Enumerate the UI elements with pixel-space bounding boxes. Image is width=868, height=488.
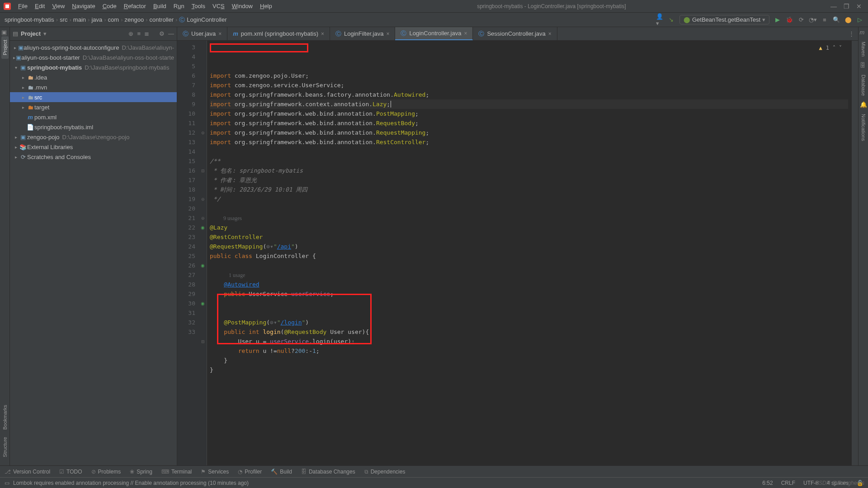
profiler-icon[interactable]: ◔▾ [809,16,816,23]
menu-view[interactable]: View [49,2,67,10]
stop-icon[interactable]: ■ [821,16,828,23]
bottom-tool-spring[interactable]: ❀Spring [130,469,152,475]
menu-navigate[interactable]: Navigate [69,2,98,10]
tree-node[interactable]: ▸🖿.idea [10,72,177,82]
breadcrumb-item[interactable]: java [91,16,102,23]
next-highlight-icon[interactable]: ˅ [839,43,842,53]
editor-tab[interactable]: ⒸLoginFilter.java× [330,27,395,40]
right-tab-notifications[interactable]: Notifications [860,110,867,145]
bottom-tool-terminal[interactable]: ⌨Terminal [161,469,192,475]
coverage-icon[interactable]: ⟳ [797,16,805,23]
bottom-tool-problems[interactable]: ⊘Problems [91,469,121,475]
breadcrumb[interactable]: springboot-mybatis›src›main›java›com›zen… [5,16,226,24]
bottom-tool-todo[interactable]: ☑TODO [59,469,82,475]
breadcrumb-item[interactable]: src [60,16,67,23]
breadcrumb-item[interactable]: com [108,16,119,23]
collapse-all-icon[interactable]: ≣ [144,30,149,37]
breadcrumb-item[interactable]: LoginController [187,16,226,23]
tree-node[interactable]: ▸mpom.xml [10,112,177,122]
menu-vcs[interactable]: VCS [210,2,227,10]
code-editor[interactable]: ▲ 1 ˄ ˅ import com.zengoo.pojo.User;impo… [207,41,852,465]
run-icon[interactable]: ▶ [774,16,781,23]
editor-tab[interactable]: ⒸUser.java× [177,27,227,40]
search-icon[interactable]: 🔍 [833,16,840,23]
bottom-tool-services[interactable]: ⚑Services [201,469,229,475]
tree-node[interactable]: ▸⟳Scratches and Consoles [10,152,177,162]
bottom-tool-build[interactable]: 🔨Build [271,469,292,475]
close-tab-icon[interactable]: × [464,30,467,37]
project-toolwindow: ▤ Project ▾ ⊕ ≡ ≣ ⚙ — ▸▣aliuyn-oss-sprin… [10,27,177,465]
run-config-selector[interactable]: ⬤ GetBeanTest.getBeanTest ▾ [679,15,769,24]
menu-refactor[interactable]: Refactor [121,2,149,10]
expand-all-icon[interactable]: ≡ [137,30,141,37]
editor-tab[interactable]: ⒸSessionController.java× [473,27,557,40]
tree-node[interactable]: ▸🖿src [10,92,177,102]
error-stripe[interactable] [852,41,858,465]
select-opened-icon[interactable]: ⊕ [128,30,133,37]
close-tab-icon[interactable]: × [321,31,324,37]
tree-node[interactable]: ▸▣zengoo-pojoD:\JavaBase\zengoo-pojo [10,132,177,142]
user-icon[interactable]: 👤▾ [656,16,663,23]
right-tab-database[interactable]: Database [860,71,867,99]
tabs-more-icon[interactable]: ⋮ [845,27,858,40]
tree-node[interactable]: ▸▣aliuyn-oss-spring-boot-autoconfigureD:… [10,42,177,52]
ide-updates-icon[interactable]: ⬤ [844,16,852,23]
line-separator[interactable]: CRLF [781,480,795,486]
watermark: CSDN @Zaingheres [815,480,864,486]
menu-file[interactable]: FFileile [15,2,30,10]
status-eventlog-icon[interactable]: ▭ [5,480,9,486]
inspections-widget[interactable]: ▲ 1 ˄ ˅ [819,43,842,53]
breadcrumb-item[interactable]: springboot-mybatis [5,16,54,23]
bottom-tool-version-control[interactable]: ⎇Version Control [5,469,50,475]
status-bar: ▭ Lombok requires enabled annotation pro… [0,477,868,488]
bottom-tool-dependencies[interactable]: ⧉Dependencies [364,469,406,475]
breadcrumb-item[interactable]: controller [150,16,174,23]
close-tab-icon[interactable]: × [386,31,389,37]
maximize-icon[interactable]: ❐ [841,3,852,10]
bottom-tool-profiler[interactable]: ◔Profiler [238,469,262,475]
menu-tools[interactable]: Tools [189,2,208,10]
menu-help[interactable]: Help [257,2,275,10]
caret-position[interactable]: 6:52 [762,480,773,486]
tree-node[interactable]: ▸🖿.mvn [10,82,177,92]
left-tab-structure[interactable]: Structure [1,433,9,461]
menu-window[interactable]: Window [229,2,255,10]
editor-tabs: ⒸUser.java×mpom.xml (springboot-mybatis)… [177,27,858,41]
app-logo-icon [4,2,12,10]
tree-node[interactable]: ▸📄springboot-mybatis.iml [10,122,177,132]
close-icon[interactable]: ✕ [854,3,864,10]
left-tab-project[interactable]: Project [1,36,9,59]
minimize-icon[interactable]: — [828,3,839,10]
project-tree[interactable]: ▸▣aliuyn-oss-spring-boot-autoconfigureD:… [10,41,177,465]
run-config-label: GetBeanTest.getBeanTest [692,16,760,23]
prev-highlight-icon[interactable]: ˄ [833,43,835,53]
menu-build[interactable]: Build [151,2,169,10]
database-tool-icon[interactable]: 🗄 [860,62,867,69]
tree-node[interactable]: ▸▣aliyun-oss-boot-starterD:\JavaBase\ali… [10,52,177,62]
tree-node[interactable]: ▸🖿target [10,102,177,112]
bottom-tool-database-changes[interactable]: 🗄Database Changes [301,469,355,475]
line-gutter[interactable]: 3456789101112131415161718192021222324252… [177,41,199,465]
maven-tool-icon[interactable]: m [860,29,867,36]
tree-node[interactable]: ▾▣springboot-mybatisD:\JavaBase\springbo… [10,62,177,72]
right-tab-maven[interactable]: Maven [860,38,867,60]
editor-tab[interactable]: ⒸLoginController.java× [395,27,473,40]
close-tab-icon[interactable]: × [218,31,222,37]
menu-edit[interactable]: Edit [32,2,47,10]
notifications-tool-icon[interactable]: 🔔 [860,101,867,108]
breadcrumb-item[interactable]: zengoo [125,16,144,23]
menu-run[interactable]: Run [171,2,187,10]
hide-tool-icon[interactable]: — [168,30,174,37]
project-tool-icon[interactable]: ▣ [1,29,9,36]
editor-tab[interactable]: mpom.xml (springboot-mybatis)× [227,27,330,40]
left-tab-bookmarks[interactable]: Bookmarks [1,401,9,433]
build-hammer-icon[interactable]: ↘ [668,16,675,23]
run-anything-icon[interactable]: ▷ [856,16,863,23]
gutter-icons[interactable]: ⊖⊟⊖⊖◉◉◉⊟ [199,41,207,465]
debug-icon[interactable]: 🐞 [786,16,793,23]
close-tab-icon[interactable]: × [548,31,552,37]
settings-gear-icon[interactable]: ⚙ [159,30,165,37]
breadcrumb-item[interactable]: main [73,16,86,23]
tree-node[interactable]: ▸📚External Libraries [10,142,177,152]
menu-code[interactable]: Code [100,2,119,10]
